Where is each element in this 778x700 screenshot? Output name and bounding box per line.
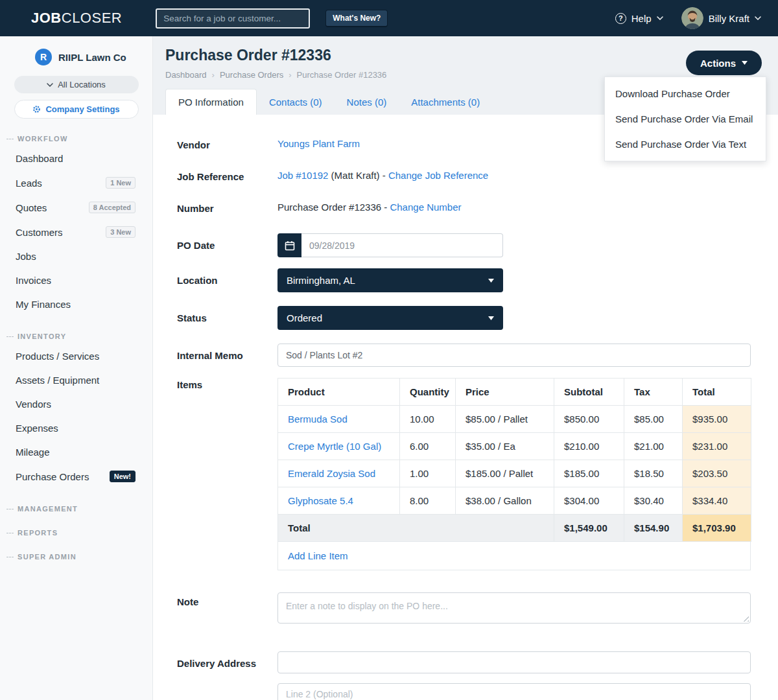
sidebar-item-invoices[interactable]: Invoices — [0, 268, 152, 292]
internal-memo-input[interactable] — [277, 344, 751, 367]
table-row: Crepe Myrtle (10 Gal) 6.00 $35.00 / Ea $… — [278, 433, 751, 460]
menu-item-send-po-text[interactable]: Send Purchase Order Via Text — [605, 132, 766, 157]
company-avatar: R — [35, 49, 52, 65]
menu-item-download-po[interactable]: Download Purchase Order — [605, 81, 766, 106]
delivery-address-label: Delivery Address — [177, 651, 277, 700]
product-link[interactable]: Emerald Zoysia Sod — [288, 468, 375, 479]
column-header-tax: Tax — [624, 379, 683, 406]
sidebar-item-leads[interactable]: Leads 1 New — [0, 170, 152, 195]
sidebar-item-vendors[interactable]: Vendors — [0, 392, 152, 416]
help-label: Help — [631, 13, 652, 24]
calendar-button[interactable] — [277, 233, 301, 257]
actions-button-label: Actions — [700, 58, 736, 69]
sidebar-item-my-finances[interactable]: My Finances — [0, 292, 152, 316]
status-selected-value: Ordered — [287, 312, 322, 323]
tab-attachments[interactable]: Attachments (0) — [399, 89, 492, 115]
app-logo[interactable]: JOBCLOSER — [31, 10, 122, 27]
internal-memo-row: Internal Memo — [177, 344, 751, 367]
section-header-super-admin[interactable]: SUPER ADMIN — [6, 553, 152, 561]
user-menu[interactable]: Billy Kraft — [681, 7, 761, 29]
tab-notes[interactable]: Notes (0) — [335, 89, 399, 115]
sidebar-item-expenses[interactable]: Expenses — [0, 416, 152, 440]
location-select[interactable]: Birmingham, AL — [277, 268, 503, 292]
total-row-tax: $154.90 — [624, 515, 683, 542]
company-settings-button[interactable]: Company Settings — [14, 100, 139, 119]
customers-badge: 3 New — [106, 226, 136, 238]
cell-total: $231.00 — [683, 433, 751, 460]
job-reference-link[interactable]: Job #10192 — [277, 170, 328, 181]
tab-po-information[interactable]: PO Information — [165, 89, 257, 115]
sidebar-item-products-services[interactable]: Products / Services — [0, 344, 152, 368]
sidebar-item-label: Jobs — [16, 251, 36, 262]
cell-tax: $85.00 — [624, 406, 683, 433]
help-menu[interactable]: ? Help — [615, 13, 663, 24]
caret-down-icon — [488, 316, 494, 320]
sidebar-item-purchase-orders[interactable]: Purchase Orders New! — [0, 464, 152, 489]
section-header-workflow[interactable]: WORKFLOW — [6, 135, 152, 143]
locations-dropdown[interactable]: All Locations — [14, 76, 139, 93]
calendar-icon — [285, 240, 295, 251]
sidebar-item-label: Assets / Equipment — [16, 375, 99, 386]
tab-contacts[interactable]: Contacts (0) — [257, 89, 335, 115]
number-label: Number — [177, 202, 277, 214]
sidebar-item-label: Quotes — [16, 202, 47, 213]
cell-tax: $30.40 — [624, 487, 683, 515]
cell-quantity: 8.00 — [400, 487, 456, 515]
number-value: Purchase Order #12336 - — [277, 202, 387, 213]
product-link[interactable]: Bermuda Sod — [288, 414, 348, 425]
product-link[interactable]: Crepe Myrtle (10 Gal) — [288, 441, 381, 452]
change-number-link[interactable]: Change Number — [390, 202, 461, 213]
total-row-label: Total — [278, 515, 554, 542]
delivery-address-line2-input[interactable] — [277, 683, 751, 700]
section-header-inventory[interactable]: INVENTORY — [6, 332, 152, 340]
whats-new-button[interactable]: What's New? — [325, 10, 388, 27]
cell-product: Bermuda Sod — [278, 406, 400, 433]
internal-memo-label: Internal Memo — [177, 344, 277, 367]
cell-quantity: 1.00 — [400, 460, 456, 487]
job-reference-row: Job Reference Job #10192 (Matt Kraft) - … — [177, 170, 751, 182]
add-line-item-link[interactable]: Add Line Item — [288, 550, 348, 561]
product-link[interactable]: Glyphosate 5.4 — [288, 495, 353, 506]
sidebar-item-label: Customers — [16, 227, 63, 238]
cell-total: $203.50 — [683, 460, 751, 487]
chevron-down-icon — [47, 83, 53, 87]
cell-product: Crepe Myrtle (10 Gal) — [278, 433, 400, 460]
vendor-link[interactable]: Youngs Plant Farm — [277, 138, 360, 149]
sidebar-item-dashboard[interactable]: Dashboard — [0, 146, 152, 170]
sidebar-item-quotes[interactable]: Quotes 8 Accepted — [0, 195, 152, 220]
section-header-management[interactable]: MANAGEMENT — [6, 505, 152, 513]
cell-price: $85.00 / Pallet — [456, 406, 554, 433]
note-row: Note — [177, 592, 751, 625]
note-textarea[interactable] — [277, 592, 751, 624]
status-label: Status — [177, 306, 277, 330]
column-header-total: Total — [683, 379, 751, 406]
leads-badge: 1 New — [106, 177, 136, 189]
sidebar-item-mileage[interactable]: Mileage — [0, 440, 152, 464]
breadcrumb-dashboard[interactable]: Dashboard — [165, 70, 207, 80]
breadcrumb-separator: › — [212, 70, 215, 80]
location-selected-value: Birmingham, AL — [287, 275, 355, 286]
search-input[interactable] — [156, 8, 310, 29]
sidebar-item-customers[interactable]: Customers 3 New — [0, 220, 152, 244]
menu-item-send-po-email[interactable]: Send Purchase Order Via Email — [605, 106, 766, 132]
sidebar-item-jobs[interactable]: Jobs — [0, 244, 152, 268]
topbar-right-group: ? Help Billy Kraft — [615, 7, 761, 29]
po-date-input[interactable] — [301, 233, 503, 257]
help-icon: ? — [615, 13, 626, 24]
cell-subtotal: $210.00 — [554, 433, 624, 460]
sidebar-item-label: Purchase Orders — [16, 471, 89, 482]
note-label: Note — [177, 592, 277, 625]
actions-button[interactable]: Actions — [686, 51, 762, 75]
avatar — [681, 7, 703, 29]
cell-price: $35.00 / Ea — [456, 433, 554, 460]
section-header-reports[interactable]: REPORTS — [6, 529, 152, 537]
sidebar-item-assets-equipment[interactable]: Assets / Equipment — [0, 368, 152, 392]
cell-tax: $18.50 — [624, 460, 683, 487]
status-select[interactable]: Ordered — [277, 306, 503, 330]
breadcrumb-purchase-orders[interactable]: Purchase Orders — [220, 70, 283, 80]
delivery-address-row: Delivery Address — [177, 651, 751, 700]
delivery-address-line1-input[interactable] — [277, 651, 751, 673]
change-job-reference-link[interactable]: Change Job Reference — [388, 170, 488, 181]
table-header-row: Product Quantity Price Subtotal Tax Tota… — [278, 379, 751, 406]
logo-bold-text: JOB — [31, 10, 62, 26]
